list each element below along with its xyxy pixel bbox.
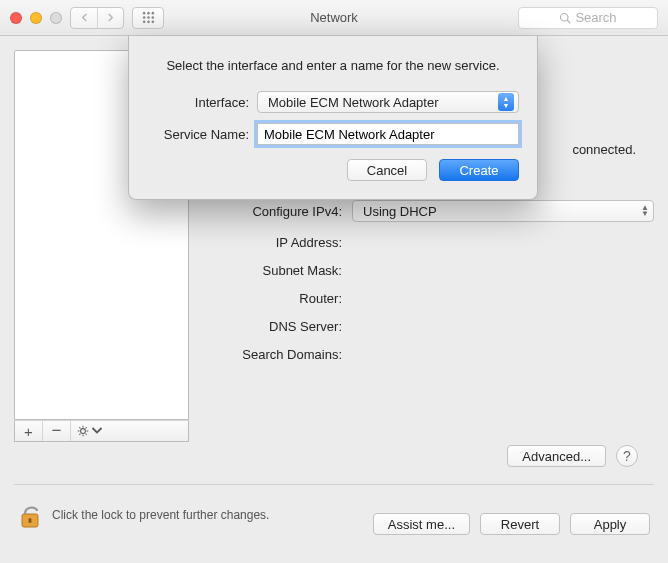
- revert-button[interactable]: Revert: [480, 513, 560, 535]
- minimize-window-button[interactable]: [30, 12, 42, 24]
- service-name-input[interactable]: [257, 123, 519, 145]
- chevron-left-icon: [80, 13, 89, 22]
- chevron-right-icon: [106, 13, 115, 22]
- router-label: Router:: [207, 291, 352, 306]
- forward-button[interactable]: [97, 8, 123, 28]
- search-domains-label: Search Domains:: [207, 347, 352, 362]
- lock-row: Click the lock to prevent further change…: [18, 501, 269, 529]
- assist-button[interactable]: Assist me...: [373, 513, 470, 535]
- svg-point-5: [151, 16, 154, 19]
- divider: [14, 484, 654, 485]
- svg-point-3: [142, 16, 145, 19]
- chevron-up-icon: ▲: [503, 95, 510, 102]
- svg-point-7: [147, 21, 150, 24]
- interface-label: Interface:: [147, 95, 257, 110]
- svg-point-2: [151, 12, 154, 15]
- configure-ipv4-select[interactable]: Using DHCP ▲▼: [352, 200, 654, 222]
- lock-text: Click the lock to prevent further change…: [52, 508, 269, 522]
- svg-point-8: [151, 21, 154, 24]
- sidebar-footer: + −: [14, 420, 189, 442]
- grid-icon: [142, 11, 155, 24]
- svg-point-9: [561, 13, 569, 21]
- svg-line-19: [86, 427, 87, 428]
- interface-select[interactable]: Mobile ECM Network Adapter ▲ ▼: [257, 91, 519, 113]
- svg-line-10: [568, 20, 571, 23]
- help-button[interactable]: ?: [616, 445, 638, 467]
- apply-button[interactable]: Apply: [570, 513, 650, 535]
- svg-point-4: [147, 16, 150, 19]
- window-root: Network Search + −: [0, 0, 668, 563]
- svg-point-6: [142, 21, 145, 24]
- search-icon: [559, 12, 571, 24]
- zoom-window-button[interactable]: [50, 12, 62, 24]
- remove-service-button[interactable]: −: [43, 421, 71, 441]
- close-window-button[interactable]: [10, 12, 22, 24]
- svg-rect-21: [29, 518, 32, 523]
- ip-address-label: IP Address:: [207, 235, 352, 250]
- create-button[interactable]: Create: [439, 159, 519, 181]
- show-all-button[interactable]: [132, 7, 164, 29]
- advanced-button[interactable]: Advanced...: [507, 445, 606, 467]
- svg-point-0: [142, 12, 145, 15]
- dns-server-label: DNS Server:: [207, 319, 352, 334]
- lock-icon[interactable]: [18, 501, 42, 529]
- svg-line-18: [79, 434, 80, 435]
- svg-point-11: [81, 429, 86, 434]
- nav-buttons: [70, 7, 124, 29]
- status-text: connected.: [572, 142, 636, 157]
- svg-point-1: [147, 12, 150, 15]
- search-field[interactable]: Search: [518, 7, 658, 29]
- new-service-sheet: Select the interface and enter a name fo…: [128, 36, 538, 200]
- action-menu-button[interactable]: [71, 421, 188, 441]
- titlebar: Network Search: [0, 0, 668, 36]
- subnet-mask-label: Subnet Mask:: [207, 263, 352, 278]
- configure-ipv4-label: Configure IPv4:: [207, 204, 352, 219]
- search-placeholder: Search: [575, 10, 616, 25]
- cancel-button[interactable]: Cancel: [347, 159, 427, 181]
- chevron-down-icon: ▼: [503, 102, 510, 109]
- updown-icon: ▲▼: [641, 205, 649, 217]
- add-service-button[interactable]: +: [15, 421, 43, 441]
- service-name-label: Service Name:: [147, 127, 257, 142]
- gear-icon: [77, 425, 89, 437]
- traffic-lights: [10, 12, 62, 24]
- sheet-prompt: Select the interface and enter a name fo…: [147, 58, 519, 73]
- svg-line-17: [86, 434, 87, 435]
- svg-line-16: [79, 427, 80, 428]
- back-button[interactable]: [71, 8, 97, 28]
- chevron-down-icon: [91, 425, 103, 437]
